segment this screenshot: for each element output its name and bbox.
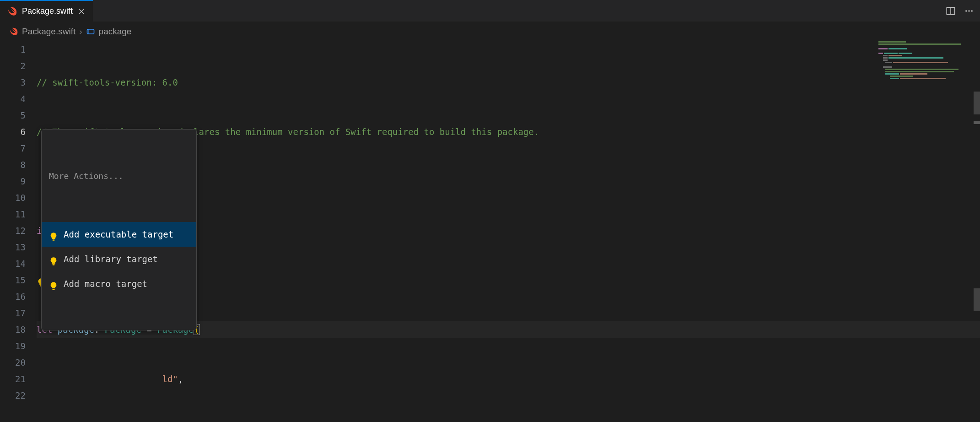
tab-bar: Package.swift xyxy=(0,0,980,22)
breadcrumb[interactable]: Package.swift › package xyxy=(0,22,980,41)
code-text: // swift-tools-version: 6.0 xyxy=(37,77,178,87)
line-number: 16 xyxy=(0,288,26,305)
menu-item[interactable]: Add executable target xyxy=(42,222,196,247)
editor-body: 12345678910111213141516171819202122 // s… xyxy=(0,41,980,422)
line-number: 2 xyxy=(0,58,26,74)
swift-icon xyxy=(7,6,17,16)
svg-point-2 xyxy=(965,10,967,12)
svg-point-4 xyxy=(971,10,973,12)
menu-item[interactable]: Add macro target xyxy=(42,271,196,296)
line-number: 6 xyxy=(0,124,26,140)
more-actions-icon[interactable] xyxy=(964,6,974,16)
line-number: 3 xyxy=(0,74,26,91)
scroll-marker xyxy=(974,121,980,124)
line-number: 18 xyxy=(0,321,26,338)
close-icon[interactable] xyxy=(77,7,86,16)
svg-rect-10 xyxy=(53,289,55,290)
scroll-thumb[interactable] xyxy=(974,92,980,114)
line-number: 10 xyxy=(0,189,26,206)
lightbulb-icon xyxy=(49,230,58,239)
lightbulb-icon xyxy=(49,254,58,264)
line-number: 9 xyxy=(0,173,26,189)
breadcrumb-file[interactable]: Package.swift xyxy=(22,27,75,37)
line-number: 22 xyxy=(0,387,26,404)
line-number: 14 xyxy=(0,255,26,272)
chevron-right-icon: › xyxy=(79,27,82,37)
code-text: ld" xyxy=(162,374,178,384)
editor-container: Package.swift Package.swift › package 12… xyxy=(0,0,980,422)
line-number: 12 xyxy=(0,222,26,239)
vertical-scrollbar[interactable] xyxy=(974,41,980,422)
menu-item-label: Add macro target xyxy=(64,276,147,292)
line-number: 13 xyxy=(0,239,26,255)
swift-icon xyxy=(9,27,18,36)
code-text: , xyxy=(178,374,183,384)
svg-point-3 xyxy=(968,10,970,12)
minimap[interactable] xyxy=(878,41,975,87)
svg-rect-8 xyxy=(53,239,55,241)
line-number: 7 xyxy=(0,140,26,157)
editor-actions xyxy=(946,6,974,16)
tab-package-swift[interactable]: Package.swift xyxy=(0,0,93,22)
split-editor-icon[interactable] xyxy=(946,6,955,16)
menu-header: More Actions... xyxy=(42,163,196,189)
menu-item-label: Add executable target xyxy=(64,226,173,243)
lightbulb-icon xyxy=(49,279,58,288)
line-number-gutter: 12345678910111213141516171819202122 xyxy=(0,41,37,422)
tab-filename: Package.swift xyxy=(22,6,73,16)
menu-item[interactable]: Add library target xyxy=(42,247,196,271)
breadcrumb-symbol[interactable]: package xyxy=(99,27,132,37)
line-number: 17 xyxy=(0,305,26,321)
scroll-thumb[interactable] xyxy=(974,288,980,311)
line-number: 11 xyxy=(0,206,26,222)
line-number: 19 xyxy=(0,338,26,354)
line-number: 20 xyxy=(0,354,26,371)
menu-item-label: Add library target xyxy=(64,251,158,267)
line-number: 15 xyxy=(0,272,26,288)
line-number: 1 xyxy=(0,41,26,58)
svg-rect-9 xyxy=(53,264,55,265)
code-area[interactable]: // swift-tools-version: 6.0 // The swift… xyxy=(37,41,980,422)
line-number: 21 xyxy=(0,371,26,387)
line-number: 8 xyxy=(0,157,26,173)
variable-icon xyxy=(86,27,95,36)
code-actions-menu: More Actions... Add executable targetAdd… xyxy=(41,129,197,330)
line-number: 4 xyxy=(0,91,26,107)
svg-rect-5 xyxy=(87,29,94,34)
line-number: 5 xyxy=(0,107,26,124)
